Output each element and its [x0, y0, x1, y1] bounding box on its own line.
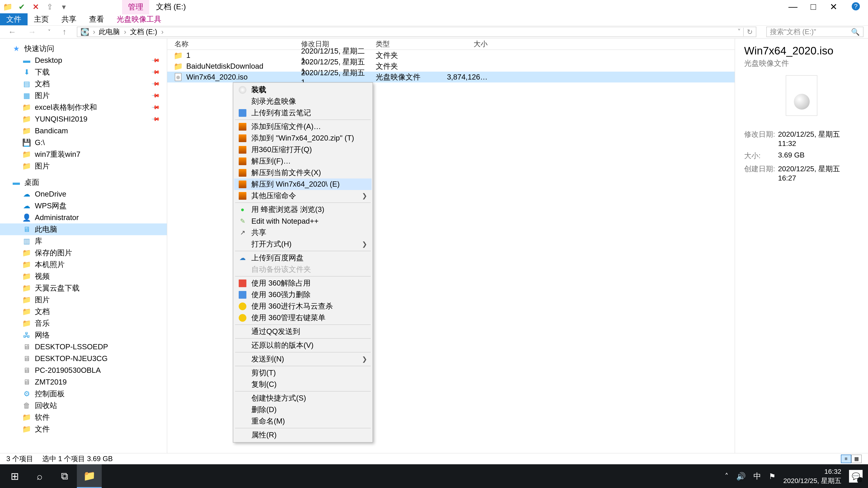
- dropdown-history-icon[interactable]: ˅: [44, 29, 54, 35]
- tree-item[interactable]: 📁音乐: [0, 318, 167, 329]
- context-menu-item[interactable]: 复制(C): [234, 379, 372, 390]
- task-view-button[interactable]: ⧉: [52, 464, 77, 488]
- ribbon-tab-view[interactable]: 查看: [83, 13, 110, 25]
- context-menu-item[interactable]: 还原以前的版本(V): [234, 339, 372, 351]
- context-menu-item[interactable]: 添加到 "Win7x64_2020.zip" (T): [234, 132, 372, 144]
- tree-item[interactable]: ▬Desktop📌: [0, 55, 167, 66]
- tree-item[interactable]: 🖥PC-20190530OBLA: [0, 364, 167, 376]
- refresh-button[interactable]: ↻: [743, 28, 753, 36]
- tree-item[interactable]: 💾G:\: [0, 137, 167, 149]
- context-menu-item[interactable]: 添加到压缩文件(A)…: [234, 121, 372, 132]
- start-button[interactable]: ⊞: [2, 464, 27, 488]
- ribbon-tab-share[interactable]: 共享: [55, 13, 83, 25]
- tree-item[interactable]: 🖥ZMT2019: [0, 376, 167, 388]
- tree-item[interactable]: ▦图片📌: [0, 90, 167, 101]
- share-qat-icon[interactable]: ⇪: [46, 3, 54, 11]
- file-row[interactable]: 📁BaiduNetdiskDownload2020/12/25, 星期五 1…文…: [167, 61, 735, 72]
- breadcrumb-segment[interactable]: 此电脑›: [99, 27, 126, 37]
- search-taskbar-button[interactable]: ⌕: [27, 464, 52, 488]
- tree-library[interactable]: ▥库: [0, 235, 167, 247]
- tree-item[interactable]: 📁win7重装win7: [0, 149, 167, 160]
- context-menu-item[interactable]: ☁上传到百度网盘: [234, 252, 372, 264]
- context-menu-item[interactable]: 解压到 Win7x64_2020\ (E): [234, 178, 372, 190]
- context-menu-item[interactable]: 通过QQ发送到: [234, 326, 372, 337]
- context-menu-item[interactable]: 发送到(N)❯: [234, 353, 372, 365]
- context-menu-item[interactable]: 属性(R): [234, 429, 372, 441]
- context-menu-item[interactable]: 打开方式(H)❯: [234, 238, 372, 250]
- tree-network[interactable]: 🖧网络: [0, 329, 167, 341]
- context-menu-item[interactable]: 解压到(F)…: [234, 156, 372, 167]
- context-menu-item[interactable]: 使用 360进行木马云查杀: [234, 300, 372, 312]
- file-row[interactable]: 📁12020/12/15, 星期二 1…文件夹: [167, 50, 735, 61]
- security-icon[interactable]: ⚑: [769, 472, 776, 481]
- col-name[interactable]: 名称: [175, 39, 301, 49]
- tree-item[interactable]: 📁文档: [0, 306, 167, 318]
- ribbon-tab-file[interactable]: 文件: [0, 13, 28, 25]
- up-button[interactable]: ↑: [59, 27, 70, 37]
- explorer-taskbar-button[interactable]: 📁: [77, 464, 102, 488]
- tree-this-pc[interactable]: 🖥此电脑: [0, 223, 167, 235]
- column-headers[interactable]: 名称 修改日期 类型 大小: [167, 39, 735, 50]
- tree-item[interactable]: 📁YUNQISHI2019📌: [0, 113, 167, 125]
- context-menu-item[interactable]: 刻录光盘映像: [234, 96, 372, 107]
- tree-item[interactable]: 👤Administrator: [0, 212, 167, 223]
- close-button[interactable]: ✕: [829, 2, 838, 11]
- context-menu-item[interactable]: 其他压缩命令❯: [234, 190, 372, 201]
- context-menu-item[interactable]: ●用 蜂蜜浏览器 浏览(3): [234, 204, 372, 215]
- help-button[interactable]: ?: [852, 2, 860, 10]
- tree-item[interactable]: ▤文档📌: [0, 78, 167, 90]
- context-menu-item[interactable]: 删除(D): [234, 404, 372, 416]
- minimize-button[interactable]: —: [788, 2, 798, 11]
- context-menu-item[interactable]: 使用 360管理右键菜单: [234, 312, 372, 324]
- tree-item[interactable]: 📁Bandicam: [0, 125, 167, 137]
- back-button[interactable]: ←: [4, 27, 20, 37]
- context-menu-item[interactable]: 用360压缩打开(Q): [234, 144, 372, 156]
- clock[interactable]: 16:32 2020/12/25, 星期五: [783, 467, 841, 485]
- context-menu-item[interactable]: 解压到当前文件夹(X): [234, 167, 372, 178]
- file-row[interactable]: Win7x64_2020.iso2020/12/25, 星期五 1…光盘映像文件…: [167, 72, 735, 83]
- tree-item[interactable]: ☁OneDrive: [0, 188, 167, 200]
- tree-item[interactable]: 📁软件: [0, 412, 167, 423]
- context-menu-item[interactable]: 创建快捷方式(S): [234, 392, 372, 404]
- context-menu-item[interactable]: 重命名(M): [234, 416, 372, 427]
- ime-indicator[interactable]: 中: [753, 471, 761, 482]
- tree-item[interactable]: 📁本机照片: [0, 259, 167, 270]
- addr-dropdown-icon[interactable]: ˅: [737, 28, 741, 36]
- forward-button[interactable]: →: [24, 27, 40, 37]
- context-menu-item[interactable]: ✎Edit with Notepad++: [234, 215, 372, 227]
- volume-icon[interactable]: 🔊: [736, 472, 746, 481]
- tree-item[interactable]: 📁天翼云盘下载: [0, 282, 167, 294]
- search-input[interactable]: 搜索"文档 (E:)" 🔍: [766, 27, 864, 37]
- context-menu-item[interactable]: 上传到有道云笔记: [234, 107, 372, 119]
- icons-view-button[interactable]: ▦: [851, 455, 862, 463]
- tray-expand-icon[interactable]: ˄: [725, 472, 728, 481]
- tree-control-panel[interactable]: ⚙控制面板: [0, 388, 167, 400]
- tree-item[interactable]: 📁图片: [0, 160, 167, 172]
- tree-item[interactable]: 📁图片: [0, 294, 167, 306]
- tree-item[interactable]: ⬇下载📌: [0, 66, 167, 78]
- col-size[interactable]: 大小: [438, 39, 497, 49]
- context-menu-item[interactable]: 使用 360解除占用: [234, 278, 372, 289]
- tree-item[interactable]: ☁WPS网盘: [0, 200, 167, 212]
- breadcrumb-segment[interactable]: 文档 (E:)›: [130, 27, 164, 37]
- tree-item[interactable]: 📁保存的图片: [0, 247, 167, 259]
- context-menu-item[interactable]: 使用 360强力删除: [234, 289, 372, 300]
- maximize-button[interactable]: □: [809, 2, 818, 11]
- tree-item[interactable]: 📁视频: [0, 270, 167, 282]
- ribbon-tab-iso-tools[interactable]: 光盘映像工具: [110, 13, 168, 25]
- close-red-icon[interactable]: ✕: [32, 3, 40, 11]
- tree-item[interactable]: 📁文件: [0, 423, 167, 435]
- address-box[interactable]: 💽 › 此电脑› 文档 (E:)› ˅ ↻: [77, 27, 756, 37]
- tree-desktop[interactable]: ▬桌面: [0, 176, 167, 188]
- check-icon[interactable]: ✔: [18, 3, 26, 11]
- tree-item[interactable]: 🖥DESKTOP-NJEU3CG: [0, 353, 167, 364]
- details-view-button[interactable]: ≡: [841, 455, 851, 463]
- context-menu-item[interactable]: 剪切(T): [234, 367, 372, 379]
- qat-dropdown-icon[interactable]: ▾: [60, 3, 68, 11]
- action-center-button[interactable]: 💬3: [849, 470, 863, 483]
- tree-quick-access[interactable]: ★快速访问: [0, 43, 167, 55]
- context-menu-item[interactable]: ↗共享: [234, 227, 372, 238]
- tree-item[interactable]: 📁excel表格制作求和📌: [0, 101, 167, 113]
- tree-item[interactable]: 🖥DESKTOP-LSSOEDP: [0, 341, 167, 353]
- tree-recycle[interactable]: 🗑回收站: [0, 400, 167, 412]
